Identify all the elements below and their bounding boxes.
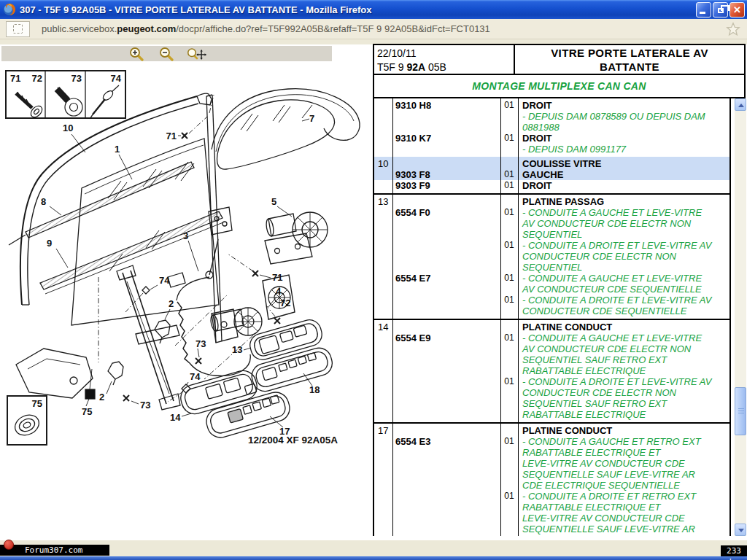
- part-condition: - CONDUITE A DROITE ET LEVE-VITRE AV CON…: [522, 376, 729, 420]
- part-row[interactable]: 6554 F0 01 - CONDUITE A GAUCHE ET LEVE-V…: [374, 207, 729, 240]
- restore-icon: [718, 8, 724, 13]
- part-ref: 6554 E9: [392, 332, 500, 376]
- group-title-row: 13 PLATINE PASSAG: [374, 196, 729, 207]
- minimize-button[interactable]: [696, 2, 711, 18]
- doc-meta: 22/10/11 T5F 9 92A 05B: [374, 45, 515, 74]
- part-row[interactable]: 01 - CONDUITE A DROITE ET LEVE-VITRE AV …: [374, 376, 729, 420]
- scroll-up-button[interactable]: [735, 98, 746, 111]
- group-number: 17: [374, 425, 392, 436]
- group-number: 13: [374, 196, 392, 207]
- minimize-icon: [700, 12, 705, 14]
- part-group: 13 PLATINE PASSAG 6554 F0 01 - CONDUITE …: [374, 195, 729, 320]
- parts-table-body: 9310 H8 01 DROIT - DEPUIS DAM 0878589 OU…: [373, 98, 731, 536]
- forum-logo-icon: [4, 540, 14, 550]
- url-input[interactable]: public.servicebox.peugeot.com/docpr/affi…: [42, 23, 725, 34]
- part-qty: 01: [500, 295, 518, 316]
- part-condition: - DEPUIS DAM 0991177: [522, 144, 729, 155]
- restore-button[interactable]: [713, 2, 728, 18]
- part-row[interactable]: 6554 E7 01 - CONDUITE A GAUCHE ET LEVE-V…: [374, 273, 729, 295]
- selected-row-highlight: 10 COULISSE VITRE 9303 F8 01 GAUCHE: [374, 157, 729, 180]
- part-label: 2: [169, 298, 174, 309]
- part-row[interactable]: 9303 F9 01 DROIT: [374, 180, 729, 191]
- part-ref: 6554 E7: [392, 273, 500, 295]
- part-label: 73: [71, 73, 82, 84]
- part-label: 73: [140, 400, 150, 411]
- group-title-row: 17 PLATINE CONDUCT: [374, 425, 729, 436]
- part-label: 75: [32, 398, 42, 409]
- part-ref: 9303 F8: [392, 169, 500, 180]
- part-label: 13: [232, 344, 242, 355]
- window-title: 307 - T5F 9 92A05B - VITRE PORTE LATERAL…: [20, 4, 696, 15]
- part-label: 5: [271, 196, 276, 207]
- arrow-down-icon: [738, 529, 744, 532]
- part-qty: 01: [500, 133, 518, 155]
- group-title: PLATINE CONDUCT: [518, 322, 729, 332]
- watermark-badge: Forum307.com: [0, 545, 109, 556]
- zoom-in-button[interactable]: [127, 47, 147, 61]
- part-label: 72: [280, 298, 290, 308]
- favicon-placeholder: [6, 21, 30, 37]
- part-label: 9: [47, 238, 52, 249]
- zoom-pan-button[interactable]: [187, 47, 207, 61]
- part-ref: 9303 F9: [392, 180, 500, 191]
- part-label: 74: [190, 371, 201, 382]
- part-row-selected[interactable]: 9303 F8 01 GAUCHE: [374, 169, 729, 180]
- part-condition: - CONDUITE A GAUCHE ET RETRO EXT RABATTA…: [522, 436, 729, 491]
- part-qty: 01: [500, 240, 518, 273]
- part-row[interactable]: 01 - CONDUITE A DROITE ET LEVE-VITRE AV …: [374, 240, 729, 273]
- part-label: 3: [183, 230, 188, 241]
- part-label: 71: [166, 131, 177, 141]
- bookmark-star-icon[interactable]: [725, 21, 741, 37]
- part-label: 10: [63, 122, 73, 133]
- part-qty: 01: [500, 207, 518, 240]
- diagram-caption: 12/2004 XF 92A05A: [248, 435, 338, 446]
- part-row[interactable]: 01 - CONDUITE A DROITE ET RETRO EXT RABA…: [374, 491, 729, 534]
- part-qty: 01: [500, 273, 518, 295]
- part-side: DROIT: [522, 133, 729, 144]
- doc-date: 22/10/11: [377, 47, 514, 61]
- zoom-pan-icon: [187, 47, 207, 61]
- arrow-up-icon: [738, 104, 744, 107]
- bottom-edge-strip: [0, 556, 747, 560]
- part-condition: - CONDUITE A DROITE ET RETRO EXT RABATTA…: [522, 491, 729, 534]
- group-title: COULISSE VITRE: [518, 158, 729, 169]
- status-bar: [0, 540, 747, 556]
- part-condition: - CONDUITE A GAUCHE ET LEVE-VITRE AV CON…: [522, 273, 729, 295]
- diagram-toolbar: [1, 46, 332, 61]
- part-side: DROIT: [522, 180, 729, 191]
- part-label: 14: [170, 412, 181, 423]
- part-row[interactable]: 9310 K7 01 DROIT - DEPUIS DAM 0991177: [374, 133, 729, 155]
- page-size-badge: 233 ko: [721, 545, 747, 556]
- group-number: 14: [374, 322, 392, 332]
- part-label: 71: [10, 73, 20, 84]
- part-label: 18: [309, 384, 320, 395]
- part-row[interactable]: 6554 E9 01 - CONDUITE A GAUCHE ET LEVE-V…: [374, 332, 729, 376]
- zoom-out-button[interactable]: [157, 47, 177, 61]
- part-qty: 01: [500, 180, 518, 191]
- parts-table-header: 22/10/11 T5F 9 92A 05B VITRE PORTE LATER…: [373, 44, 746, 75]
- part-group: 10 COULISSE VITRE 9303 F8 01 GAUCHE 9303…: [374, 157, 729, 195]
- part-group: 14 PLATINE CONDUCT 6554 E9 01 - CONDUITE…: [374, 320, 729, 424]
- zoom-in-icon: [128, 47, 146, 61]
- part-side: DROIT: [522, 100, 729, 111]
- part-row[interactable]: 01 - CONDUITE A DROITE ET LEVE-VITRE AV …: [374, 295, 729, 316]
- part-label: 74: [159, 275, 170, 286]
- part-row[interactable]: 6554 E3 01 - CONDUITE A GAUCHE ET RETRO …: [374, 436, 729, 491]
- scroll-down-button[interactable]: [735, 524, 746, 536]
- group-title-row: 14 PLATINE CONDUCT: [374, 322, 729, 332]
- part-label: 8: [41, 196, 46, 207]
- table-scrollbar[interactable]: [735, 98, 746, 536]
- part-qty: 01: [500, 436, 518, 491]
- part-ref: 6554 F0: [392, 207, 500, 240]
- mounting-subtitle: MONTAGE MULTIPLEXE CAN CAN: [373, 75, 746, 98]
- scrollbar-thumb[interactable]: [735, 387, 746, 435]
- part-ref: 6554 E3: [392, 436, 500, 491]
- group-title: PLATINE CONDUCT: [518, 425, 729, 436]
- part-label: 4: [276, 286, 282, 297]
- part-qty: 01: [500, 332, 518, 376]
- part-row[interactable]: 9310 H8 01 DROIT - DEPUIS DAM 0878589 OU…: [374, 100, 729, 133]
- part-condition: - CONDUITE A GAUCHE ET LEVE-VITRE AV CON…: [522, 207, 729, 240]
- firefox-window: 307 - T5F 9 92A05B - VITRE PORTE LATERAL…: [0, 0, 747, 560]
- part-label: 1: [115, 144, 120, 155]
- close-button[interactable]: ✕: [729, 2, 745, 18]
